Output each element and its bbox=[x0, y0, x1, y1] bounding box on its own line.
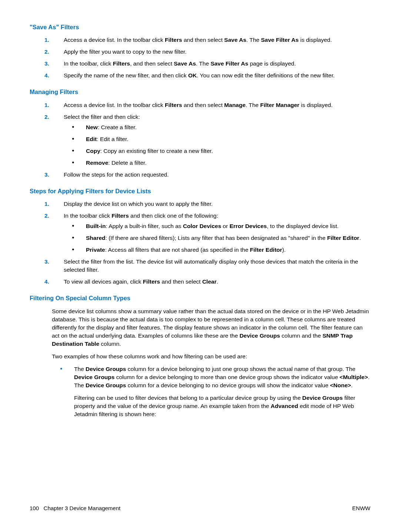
list-text: Filtering can be used to filter devices … bbox=[74, 394, 370, 418]
list-text: Display the device list on which you wan… bbox=[64, 201, 213, 207]
list-item: 2.Select the filter and then click: New:… bbox=[44, 113, 370, 167]
list-item: Edit: Edit a filter. bbox=[72, 135, 370, 143]
list-text: Access a device list. In the toolbar cli… bbox=[64, 102, 333, 108]
list-item: Shared: (If there are shared filters); L… bbox=[72, 234, 370, 242]
list-text: Access a device list. In the toolbar cli… bbox=[64, 37, 332, 43]
list-text: Built-in: Apply a built-in filter, such … bbox=[86, 223, 339, 229]
list-text: Shared: (If there are shared filters); L… bbox=[86, 235, 361, 241]
heading-managing-filters: Managing Filters bbox=[30, 88, 370, 96]
list-text: To view all devices again, click Filters… bbox=[64, 278, 218, 285]
save-as-list: 1.Access a device list. In the toolbar c… bbox=[44, 36, 370, 80]
list-item: The Device Groups column for a device be… bbox=[60, 365, 370, 418]
list-item: 3.Select the filter from the list. The d… bbox=[44, 258, 370, 274]
managing-list: 1.Access a device list. In the toolbar c… bbox=[44, 101, 370, 179]
list-marker: 1. bbox=[44, 36, 49, 44]
list-text: In the toolbar, click Filters, and then … bbox=[64, 60, 296, 67]
list-item: 3.In the toolbar, click Filters, and the… bbox=[44, 60, 370, 68]
list-marker: 3. bbox=[44, 60, 49, 68]
footer-chapter: Chapter 3 Device Management bbox=[44, 505, 121, 511]
list-marker: 4. bbox=[44, 71, 49, 80]
list-marker: 2. bbox=[44, 212, 49, 220]
list-text: Select the filter and then click: bbox=[64, 114, 140, 120]
list-item: 2.In the toolbar click Filters and then … bbox=[44, 212, 370, 254]
list-text: Copy: Copy an existing filter to create … bbox=[86, 148, 213, 154]
list-item: 3.Follow the steps for the action reques… bbox=[44, 171, 370, 179]
list-text: Private: Access all filters that are not… bbox=[86, 247, 286, 253]
list-text: Edit: Edit a filter. bbox=[86, 136, 129, 142]
applying-sublist: Built-in: Apply a built-in filter, such … bbox=[72, 222, 370, 254]
list-marker: 3. bbox=[44, 258, 49, 266]
list-item: Copy: Copy an existing filter to create … bbox=[72, 147, 370, 155]
managing-sublist: New: Create a filter. Edit: Edit a filte… bbox=[72, 123, 370, 167]
heading-save-as: "Save As" Filters bbox=[30, 23, 370, 31]
footer-right: ENWW bbox=[352, 504, 370, 512]
list-text: Specify the name of the new filter, and … bbox=[64, 72, 335, 78]
page-footer: 100 Chapter 3 Device Management ENWW bbox=[30, 504, 370, 512]
list-marker: 3. bbox=[44, 171, 49, 179]
list-marker: 2. bbox=[44, 113, 49, 121]
paragraph: Two examples of how these columns work a… bbox=[52, 352, 370, 361]
list-marker: 1. bbox=[44, 200, 49, 208]
list-item: 1.Access a device list. In the toolbar c… bbox=[44, 101, 370, 109]
list-text: Select the filter from the list. The dev… bbox=[64, 258, 358, 273]
paragraph: Some device list columns show a summary … bbox=[52, 307, 370, 348]
list-item: Built-in: Apply a built-in filter, such … bbox=[72, 222, 370, 230]
list-marker: 2. bbox=[44, 48, 49, 56]
list-item: 1.Access a device list. In the toolbar c… bbox=[44, 36, 370, 44]
list-text: Apply the filter you want to copy to the… bbox=[64, 48, 187, 55]
heading-applying-filters: Steps for Applying Filters for Device Li… bbox=[30, 187, 370, 195]
list-item: 2.Apply the filter you want to copy to t… bbox=[44, 48, 370, 56]
list-text: In the toolbar click Filters and then cl… bbox=[64, 213, 218, 219]
list-item: 4.Specify the name of the new filter, an… bbox=[44, 71, 370, 80]
special-bullets: The Device Groups column for a device be… bbox=[60, 365, 370, 418]
footer-page-number: 100 bbox=[30, 505, 39, 511]
list-item: 4.To view all devices again, click Filte… bbox=[44, 278, 370, 286]
list-item: Remove: Delete a filter. bbox=[72, 159, 370, 167]
applying-list: 1.Display the device list on which you w… bbox=[44, 200, 370, 286]
list-text: The Device Groups column for a device be… bbox=[74, 365, 370, 389]
list-text: New: Create a filter. bbox=[86, 124, 137, 130]
list-marker: 1. bbox=[44, 101, 49, 109]
list-item: New: Create a filter. bbox=[72, 123, 370, 131]
list-text: Follow the steps for the action requeste… bbox=[64, 171, 169, 178]
list-item: 1.Display the device list on which you w… bbox=[44, 200, 370, 208]
heading-special-columns: Filtering On Special Column Types bbox=[30, 294, 370, 302]
list-marker: 4. bbox=[44, 278, 49, 286]
list-item: Private: Access all filters that are not… bbox=[72, 246, 370, 254]
page-container: "Save As" Filters 1.Access a device list… bbox=[0, 0, 400, 532]
list-text: Remove: Delete a filter. bbox=[86, 160, 147, 166]
